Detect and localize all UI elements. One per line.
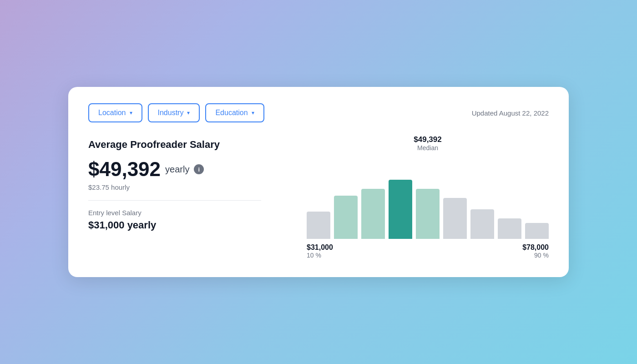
chart-footer: $31,000 10 % $78,000 90 %: [307, 243, 549, 259]
filters-row: Location ▾ Industry ▾ Education ▾ Update…: [88, 103, 549, 122]
chart-bar: [498, 218, 521, 239]
hourly-rate: $23.75 hourly: [88, 183, 279, 191]
salary-card: Location ▾ Industry ▾ Education ▾ Update…: [68, 87, 569, 277]
location-filter[interactable]: Location ▾: [88, 103, 142, 122]
salary-amount: $49,392: [88, 158, 161, 181]
info-icon[interactable]: i: [194, 164, 204, 174]
divider: [88, 200, 261, 201]
education-filter[interactable]: Education ▾: [205, 103, 264, 122]
salary-period: yearly: [165, 164, 189, 175]
median-value: $49,392: [414, 135, 441, 144]
chart-bar: [389, 180, 412, 239]
main-content: Average Proofreader Salary $49,392 yearl…: [88, 139, 549, 259]
chart-bar: [470, 209, 494, 239]
industry-label: Industry: [158, 109, 184, 117]
entry-salary: $31,000 yearly: [88, 219, 279, 231]
chart-bar: [416, 189, 440, 239]
chart-bar: [443, 198, 467, 239]
median-label: $49,392 Median: [414, 135, 441, 152]
industry-chevron: ▾: [187, 110, 190, 116]
education-chevron: ▾: [252, 110, 254, 116]
filters-group: Location ▾ Industry ▾ Education ▾: [88, 103, 264, 122]
chart-max: $78,000 90 %: [522, 243, 549, 259]
min-value: $31,000: [307, 243, 333, 252]
salary-main: $49,392 yearly i: [88, 158, 279, 181]
location-label: Location: [98, 109, 126, 117]
chart-bar: [361, 189, 385, 239]
chart-min: $31,000 10 %: [307, 243, 333, 259]
chart-bar: [334, 196, 358, 239]
salary-title: Average Proofreader Salary: [88, 139, 279, 151]
chart-bar: [307, 212, 330, 239]
min-pct: 10 %: [307, 252, 333, 259]
chart-section: $49,392 Median $31,000 10 % $78,000 90 %: [307, 139, 549, 259]
industry-filter[interactable]: Industry ▾: [148, 103, 200, 122]
left-section: Average Proofreader Salary $49,392 yearl…: [88, 139, 279, 231]
max-value: $78,000: [522, 243, 549, 252]
max-pct: 90 %: [522, 252, 549, 259]
bars-container: [307, 166, 549, 239]
location-chevron: ▾: [130, 110, 132, 116]
updated-text: Updated August 22, 2022: [472, 109, 549, 117]
median-text: Median: [414, 144, 441, 152]
chart-bar: [525, 223, 549, 239]
entry-label: Entry level Salary: [88, 209, 279, 217]
education-label: Education: [215, 109, 248, 117]
